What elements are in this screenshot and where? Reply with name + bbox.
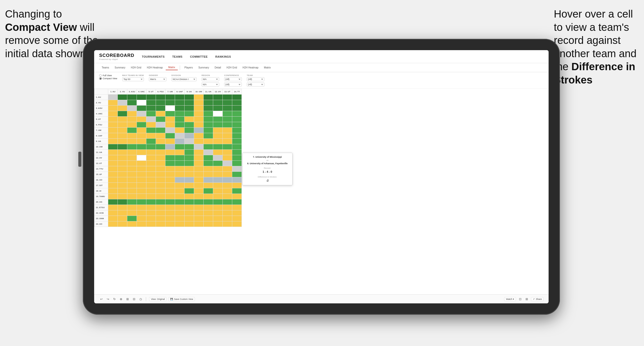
tab-h2h-grid1[interactable]: H2H Grid [128, 65, 144, 70]
matrix-cell[interactable] [185, 194, 194, 199]
matrix-cell[interactable] [204, 144, 213, 150]
tablet-side-button[interactable] [78, 152, 81, 167]
matrix-cell[interactable] [204, 139, 213, 144]
matrix-cell[interactable] [156, 144, 165, 150]
matrix-cell[interactable] [185, 205, 194, 210]
matrix-cell[interactable] [156, 188, 165, 194]
matrix-cell[interactable] [108, 100, 118, 106]
matrix-cell[interactable] [108, 205, 118, 210]
division-select[interactable]: NCAA Division I [171, 77, 197, 81]
matrix-cell[interactable] [223, 122, 232, 128]
matrix-cell[interactable] [108, 194, 118, 199]
matrix-cell[interactable] [165, 122, 175, 128]
matrix-cell[interactable] [204, 155, 213, 161]
matrix-cell[interactable] [213, 166, 223, 172]
matrix-cell[interactable] [146, 216, 156, 221]
matrix-cell[interactable] [232, 205, 242, 210]
matrix-cell[interactable] [118, 133, 127, 139]
matrix-cell[interactable] [223, 183, 232, 188]
matrix-cell[interactable] [185, 139, 194, 144]
matrix-cell[interactable] [156, 106, 165, 111]
matrix-cell[interactable] [165, 221, 175, 227]
matrix-cell[interactable] [223, 205, 232, 210]
matrix-cell[interactable] [175, 111, 185, 117]
matrix-cell[interactable] [175, 139, 185, 144]
matrix-cell[interactable] [165, 188, 175, 194]
matrix-cell[interactable] [137, 155, 146, 161]
matrix-cell[interactable] [127, 100, 137, 106]
matrix-cell[interactable] [118, 216, 127, 221]
matrix-cell[interactable] [194, 133, 204, 139]
matrix-cell[interactable] [232, 106, 242, 111]
matrix-cell[interactable] [175, 150, 185, 155]
matrix-cell[interactable] [175, 177, 185, 183]
matrix-cell[interactable] [146, 150, 156, 155]
matrix-cell[interactable] [232, 166, 242, 172]
matrix-cell[interactable] [204, 117, 213, 122]
matrix-cell[interactable] [118, 155, 127, 161]
matrix-cell[interactable] [223, 139, 232, 144]
matrix-cell[interactable] [127, 221, 137, 227]
matrix-cell[interactable] [204, 106, 213, 111]
matrix-cell[interactable] [146, 161, 156, 166]
matrix-cell[interactable] [146, 122, 156, 128]
matrix-cell[interactable] [118, 106, 127, 111]
matrix-cell[interactable] [232, 199, 242, 205]
matrix-cell[interactable] [223, 194, 232, 199]
matrix-cell[interactable] [175, 122, 185, 128]
matrix-cell[interactable] [156, 177, 165, 183]
matrix-cell[interactable] [185, 183, 194, 188]
matrix-cell[interactable] [232, 183, 242, 188]
matrix-scroll[interactable]: 1. AU2. VU3. ASU4. UNC5. UT6. FSU7. UM8.… [94, 89, 549, 294]
region-select1[interactable]: N/A [202, 77, 219, 81]
matrix-cell[interactable] [146, 117, 156, 122]
matrix-cell[interactable] [118, 194, 127, 199]
matrix-cell[interactable] [204, 95, 213, 100]
matrix-cell[interactable] [137, 166, 146, 172]
matrix-cell[interactable] [108, 111, 118, 117]
matrix-cell[interactable] [137, 194, 146, 199]
matrix-cell[interactable] [194, 210, 204, 216]
matrix-cell[interactable] [165, 194, 175, 199]
matrix-cell[interactable] [213, 139, 223, 144]
matrix-cell[interactable] [146, 210, 156, 216]
matrix-cell[interactable] [194, 177, 204, 183]
matrix-cell[interactable] [137, 95, 146, 100]
matrix-cell[interactable] [127, 117, 137, 122]
tab-summary2[interactable]: Summary [196, 65, 212, 70]
matrix-cell[interactable] [204, 166, 213, 172]
matrix-cell[interactable] [185, 95, 194, 100]
share-button[interactable]: ↗ Share [531, 297, 544, 301]
matrix-cell[interactable] [232, 133, 242, 139]
matrix-cell[interactable] [185, 188, 194, 194]
redo-icon[interactable]: ↪ [106, 297, 110, 301]
matrix-cell[interactable] [156, 95, 165, 100]
matrix-cell[interactable] [204, 161, 213, 166]
matrix-cell[interactable] [165, 183, 175, 188]
minus-icon[interactable]: ⊟ [132, 297, 136, 301]
matrix-cell[interactable] [223, 166, 232, 172]
matrix-cell[interactable] [213, 183, 223, 188]
matrix-cell[interactable] [213, 122, 223, 128]
matrix-cell[interactable] [223, 221, 232, 227]
matrix-cell[interactable] [108, 95, 118, 100]
matrix-cell[interactable] [146, 188, 156, 194]
matrix-cell[interactable] [194, 172, 204, 177]
matrix-cell[interactable] [108, 150, 118, 155]
matrix-cell[interactable] [165, 161, 175, 166]
nav-rankings[interactable]: RANKINGS [215, 55, 231, 59]
matrix-cell[interactable] [127, 133, 137, 139]
view-original-button[interactable]: View: Original [149, 297, 166, 301]
matrix-cell[interactable] [223, 177, 232, 183]
matrix-cell[interactable] [175, 216, 185, 221]
matrix-cell[interactable] [137, 144, 146, 150]
matrix-cell[interactable] [108, 117, 118, 122]
matrix-cell[interactable] [194, 100, 204, 106]
matrix-cell[interactable] [175, 128, 185, 133]
matrix-cell[interactable] [175, 144, 185, 150]
matrix-cell[interactable] [204, 100, 213, 106]
matrix-cell[interactable] [185, 106, 194, 111]
matrix-cell[interactable] [146, 128, 156, 133]
matrix-cell[interactable] [146, 106, 156, 111]
matrix-cell[interactable] [137, 205, 146, 210]
